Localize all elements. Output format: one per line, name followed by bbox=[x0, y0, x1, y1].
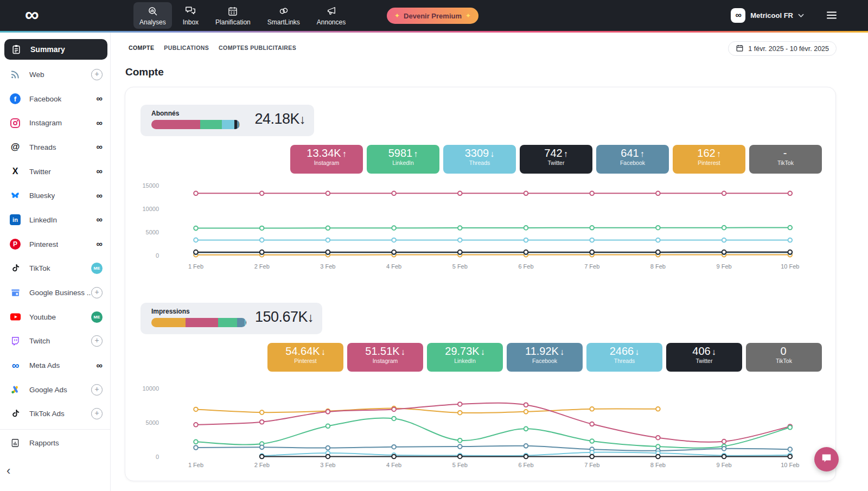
sidebar-item-pinterest[interactable]: PPinterest∞ bbox=[0, 232, 110, 257]
trend-arrow-icon: ↓ bbox=[712, 347, 716, 356]
svg-text:10000: 10000 bbox=[142, 206, 159, 212]
metric-card-instagram[interactable]: 13.34K↑Instagram bbox=[290, 145, 363, 174]
pinterest-icon: P bbox=[9, 238, 22, 251]
nav-item-analyses[interactable]: Analyses bbox=[133, 2, 172, 29]
sidebar-item-tiktok[interactable]: TikTokME bbox=[0, 257, 110, 281]
nav-item-planification[interactable]: Planification bbox=[209, 2, 257, 29]
metricool-logo-icon[interactable]: ∞ bbox=[25, 3, 38, 26]
date-range-label: 1 févr. 2025 - 10 févr. 2025 bbox=[748, 45, 829, 53]
sidebar-item-instagram[interactable]: Instagram∞ bbox=[0, 111, 110, 135]
metric-card-facebook[interactable]: 11.92K↓Facebook bbox=[507, 343, 583, 372]
sidebar-item-twitch[interactable]: Twitch+ bbox=[0, 329, 110, 354]
metric-value: 162↑ bbox=[673, 147, 745, 160]
metric-label: TikTok bbox=[749, 160, 822, 166]
distribution-segment-linkedin bbox=[218, 318, 237, 327]
profile-initials-badge: ME bbox=[91, 311, 103, 323]
svg-text:10 Feb: 10 Feb bbox=[781, 263, 799, 270]
nav-item-smartlinks[interactable]: SmartLinks bbox=[261, 2, 306, 29]
sidebar-item-label: Google Business ... bbox=[29, 289, 91, 297]
svg-text:0: 0 bbox=[156, 454, 159, 460]
sidebar-item-youtube[interactable]: YoutubeME bbox=[0, 305, 110, 329]
rss-icon bbox=[9, 68, 22, 81]
metric-card-linkedin[interactable]: 5981↑LinkedIn bbox=[367, 145, 439, 174]
metric-value: 13.34K↑ bbox=[290, 147, 363, 160]
nav-item-annonces[interactable]: Annonces bbox=[311, 2, 352, 29]
sparkle-icon: ✦ bbox=[394, 12, 400, 20]
metric-label: Twitter bbox=[666, 358, 742, 364]
sidebar-item-web[interactable]: Web+ bbox=[0, 62, 110, 87]
sidebar-item-label: Web bbox=[29, 71, 44, 79]
sidebar-item-label: TikTok Ads bbox=[29, 410, 65, 418]
date-range-picker[interactable]: 1 févr. 2025 - 10 févr. 2025 bbox=[728, 41, 837, 56]
svg-text:2 Feb: 2 Feb bbox=[254, 263, 270, 270]
add-connection-button[interactable]: + bbox=[91, 287, 103, 298]
sidebar-item-twitter[interactable]: XTwitter∞ bbox=[0, 160, 110, 184]
metric-label: Threads bbox=[586, 358, 662, 364]
bluesky-icon bbox=[9, 189, 22, 202]
account-switcher[interactable]: ∞ Metricool FR bbox=[731, 8, 804, 23]
add-connection-button[interactable]: + bbox=[91, 335, 103, 347]
impressions-summary-title: Impressions bbox=[151, 308, 190, 315]
clipboard-icon bbox=[10, 43, 23, 56]
metric-card-instagram[interactable]: 51.51K↓Instagram bbox=[347, 343, 423, 372]
svg-text:6 Feb: 6 Feb bbox=[518, 462, 533, 468]
sidebar-item-summary[interactable]: Summary bbox=[4, 39, 107, 60]
metric-card-tiktok[interactable]: -TikTok bbox=[749, 145, 822, 174]
sidebar-item-facebook[interactable]: fFacebook∞ bbox=[0, 87, 110, 111]
tab-comptes-publicitaires[interactable]: COMPTES PUBLICITAIRES bbox=[219, 44, 296, 51]
app-root: ∞ AnalysesInboxPlanificationSmartLinksAn… bbox=[0, 0, 868, 491]
sidebar-item-google-business[interactable]: Google Business ...+ bbox=[0, 280, 110, 305]
trend-arrow-icon: ↓ bbox=[481, 347, 485, 356]
sidebar-item-threads[interactable]: @Threads∞ bbox=[0, 135, 110, 160]
impressions-distribution-bar bbox=[151, 318, 246, 327]
metric-card-pinterest[interactable]: 162↑Pinterest bbox=[673, 145, 745, 174]
nav-item-label: Annonces bbox=[317, 18, 346, 26]
chat-support-button[interactable] bbox=[814, 447, 839, 471]
add-connection-button[interactable]: + bbox=[91, 408, 103, 419]
add-connection-button[interactable]: + bbox=[91, 69, 103, 80]
metric-card-twitter[interactable]: 742↑Twitter bbox=[520, 145, 592, 174]
metric-card-twitter[interactable]: 406↓Twitter bbox=[666, 343, 742, 372]
metric-label: Pinterest bbox=[267, 358, 343, 364]
metric-value: 0 bbox=[746, 345, 822, 358]
nav-item-inbox[interactable]: Inbox bbox=[177, 2, 205, 29]
metric-value: - bbox=[749, 147, 822, 160]
followers-chart[interactable]: 0500010000150001 Feb2 Feb3 Feb4 Feb5 Feb… bbox=[125, 180, 837, 276]
sidebar-collapse-button[interactable]: ‹ bbox=[7, 464, 10, 478]
svg-text:0: 0 bbox=[156, 252, 159, 259]
calendar-icon bbox=[227, 5, 238, 17]
sidebar-item-google-ads[interactable]: Google Ads+ bbox=[0, 378, 110, 402]
svg-text:2 Feb: 2 Feb bbox=[254, 462, 270, 468]
sidebar-item-bluesky[interactable]: Bluesky∞ bbox=[0, 183, 110, 208]
metric-card-tiktok[interactable]: 0TikTok bbox=[746, 343, 822, 372]
accent-gradient-strip bbox=[0, 31, 868, 33]
trend-arrow-icon: ↑ bbox=[564, 149, 568, 158]
svg-text:9 Feb: 9 Feb bbox=[717, 263, 732, 270]
chevron-down-icon bbox=[798, 10, 804, 20]
sidebar-item-meta-ads[interactable]: ∞Meta Ads∞ bbox=[0, 353, 110, 378]
metric-card-facebook[interactable]: 641↑Facebook bbox=[596, 145, 669, 174]
sidebar-item-label: Twitch bbox=[29, 337, 50, 345]
svg-text:4 Feb: 4 Feb bbox=[386, 263, 401, 270]
menu-button[interactable] bbox=[827, 11, 837, 21]
metric-card-linkedin[interactable]: 29.73K↓LinkedIn bbox=[427, 343, 503, 372]
trend-arrow-icon: ↓ bbox=[635, 347, 639, 356]
sidebar-item-rapports[interactable]: Rapports bbox=[0, 431, 110, 455]
metric-label: Pinterest bbox=[673, 160, 745, 166]
tab-publications[interactable]: PUBLICATIONS bbox=[164, 44, 209, 51]
sidebar-divider bbox=[0, 429, 110, 430]
nav-item-label: Inbox bbox=[183, 18, 199, 26]
add-connection-button[interactable]: + bbox=[91, 384, 103, 396]
trend-arrow-icon: ↓ bbox=[560, 347, 564, 356]
sidebar-item-tiktok-ads[interactable]: TikTok Ads+ bbox=[0, 402, 110, 426]
svg-text:4 Feb: 4 Feb bbox=[386, 462, 401, 468]
metric-card-threads[interactable]: 2466↓Threads bbox=[586, 343, 662, 372]
sidebar-item-linkedin[interactable]: inLinkedIn∞ bbox=[0, 208, 110, 232]
premium-button[interactable]: ✦ Devenir Premium ✦ bbox=[387, 8, 478, 24]
tab-compte[interactable]: COMPTE bbox=[129, 44, 154, 51]
metric-label: Twitter bbox=[520, 160, 592, 166]
metric-card-pinterest[interactable]: 54.64K↓Pinterest bbox=[267, 343, 343, 372]
metric-label: TikTok bbox=[746, 358, 822, 364]
metric-card-threads[interactable]: 3309↓Threads bbox=[443, 145, 516, 174]
impressions-chart[interactable]: 05000100001 Feb2 Feb3 Feb4 Feb5 Feb6 Feb… bbox=[125, 380, 837, 477]
